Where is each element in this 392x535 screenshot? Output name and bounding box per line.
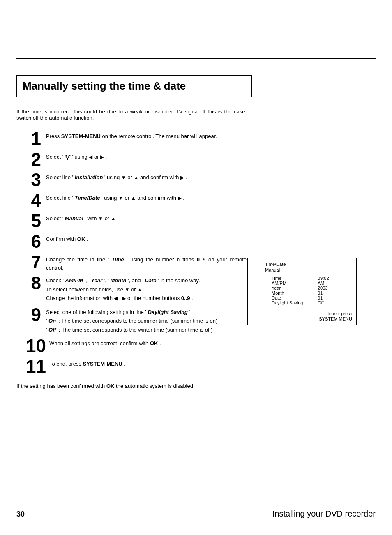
step-number: 9 — [16, 306, 46, 324]
text: Confirm with — [46, 236, 77, 242]
menu-item: Manual — [65, 215, 83, 221]
text: ', ' — [85, 277, 90, 284]
text: ' — [46, 327, 47, 333]
osd-footer-line1: To exit press — [252, 311, 352, 316]
section-title: Manually setting the time & date — [23, 80, 186, 92]
intro-text: If the time is incorrect, this could be … — [16, 108, 247, 121]
text: ', and ' — [128, 277, 143, 284]
osd-row: Date 01 — [272, 295, 352, 300]
step-2: 2 Select ' ' using ◀ or ▶ . — [16, 150, 247, 168]
step-body: Change the time in line ' Time ' using t… — [46, 253, 247, 272]
right-arrow-icon: ▶ — [100, 154, 104, 160]
osd-subtitle: Manual — [265, 267, 352, 273]
right-arrow-icon: ▶ — [122, 295, 126, 301]
step-body: Confirm with OK . — [46, 233, 247, 243]
osd-label: AM/PM — [272, 281, 318, 286]
text: or — [127, 174, 134, 180]
step-number: 8 — [16, 274, 46, 292]
button-label: SYSTEM-MENU — [83, 361, 122, 367]
step-number: 6 — [16, 233, 46, 251]
step-body: When all settings are correct, confirm w… — [49, 337, 247, 348]
step-number: 11 — [16, 357, 49, 376]
step-number: 1 — [16, 130, 46, 148]
menu-item: On — [48, 318, 56, 324]
osd-panel: Time/Date Manual Time 09:02 AM/PM AM Yea… — [247, 258, 357, 325]
text: . — [106, 154, 107, 160]
text: ' using the number buttons — [127, 256, 197, 263]
step-body: Select line ' Time/Date ' using ▼ or ▲ a… — [46, 191, 247, 202]
page-footer: 30 Installing your DVD recorder — [16, 509, 376, 519]
step-number: 2 — [16, 150, 46, 168]
text: Select one of the following settings in … — [46, 309, 146, 315]
osd-footer-line2: SYSTEM MENU — [252, 316, 352, 322]
osd-value: AM — [318, 281, 352, 286]
text: the automatic system is disabled. — [116, 383, 194, 389]
text: . — [186, 174, 187, 180]
osd-rows: Time 09:02 AM/PM AM Year 2003 Month 01 D… — [272, 276, 352, 305]
step-body: Select line ' Installation ' using ▼ or … — [46, 171, 247, 182]
text: . — [124, 361, 125, 367]
text: or — [131, 286, 137, 293]
step-1: 1 Press SYSTEM-MENU on the remote contro… — [16, 130, 247, 148]
menu-item: Off — [48, 327, 56, 333]
text: . — [117, 215, 119, 221]
up-arrow-icon: ▲ — [131, 195, 136, 201]
osd-value: 01 — [318, 295, 352, 300]
up-arrow-icon: ▲ — [134, 175, 138, 180]
step-number: 3 — [16, 171, 46, 189]
osd-value: 01 — [318, 291, 352, 295]
button-label: OK — [150, 340, 158, 346]
text: or — [125, 195, 131, 201]
text: ': The time set corresponds to the winte… — [58, 327, 212, 333]
menu-item: Time — [112, 256, 124, 263]
page-number: 30 — [16, 510, 25, 519]
text: ': — [189, 309, 192, 315]
text: Select line ' — [46, 174, 73, 180]
steps-list: 1 Press SYSTEM-MENU on the remote contro… — [16, 130, 247, 376]
menu-item: Daylight Saving — [148, 309, 188, 315]
step-10: 10 When all settings are correct, confir… — [16, 337, 247, 355]
step-6: 6 Confirm with OK . — [16, 233, 247, 251]
step-number: 7 — [16, 253, 46, 271]
text: If the setting has been confirmed with — [16, 383, 106, 389]
step-body: To end, press SYSTEM-MENU . — [49, 357, 247, 368]
left-arrow-icon: ◀ — [89, 154, 92, 160]
step-body: Check ' AM/PM ', ' Year ', ' Month ', an… — [46, 274, 247, 303]
osd-row: AM/PM AM — [272, 281, 352, 286]
menu-item: Installation — [75, 174, 103, 180]
step-body: Select ' ' using ◀ or ▶ . — [46, 150, 247, 161]
text: ': The time set corresponds to the summe… — [58, 318, 217, 324]
text: ' in the same way. — [158, 277, 200, 284]
osd-label: Date — [272, 295, 318, 300]
chapter-title: Installing your DVD recorder — [272, 509, 376, 519]
text: Change the information with — [46, 295, 114, 301]
text: . — [159, 340, 161, 346]
text: ' with — [85, 215, 98, 221]
button-label: 0..9 — [181, 295, 190, 301]
step-11: 11 To end, press SYSTEM-MENU . — [16, 357, 247, 376]
text: Select ' — [46, 154, 63, 160]
text: ' using — [101, 195, 118, 201]
text: ' — [46, 318, 47, 324]
text: Select line ' — [46, 195, 73, 201]
menu-item: Date — [145, 277, 156, 284]
setup-icon — [65, 155, 71, 160]
up-arrow-icon: ▲ — [111, 216, 116, 221]
text: Change the time in line ' — [46, 256, 109, 263]
text: or the number buttons — [127, 295, 181, 301]
text: or — [105, 215, 111, 221]
text: and confirm with — [137, 195, 178, 201]
osd-title: Time/Date — [265, 261, 352, 267]
text: . — [183, 195, 184, 201]
button-label: SYSTEM-MENU — [61, 133, 101, 139]
right-arrow-icon: ▶ — [180, 175, 184, 180]
button-label: 0..9 — [197, 256, 206, 263]
text: . — [191, 295, 193, 301]
text: Select ' — [46, 215, 63, 221]
text: or — [94, 154, 100, 160]
osd-label: Year — [272, 286, 318, 291]
osd-value: 09:02 — [318, 276, 352, 281]
text: . — [144, 286, 145, 293]
step-7: 7 Change the time in line ' Time ' using… — [16, 253, 247, 272]
osd-value: 2003 — [318, 286, 352, 291]
